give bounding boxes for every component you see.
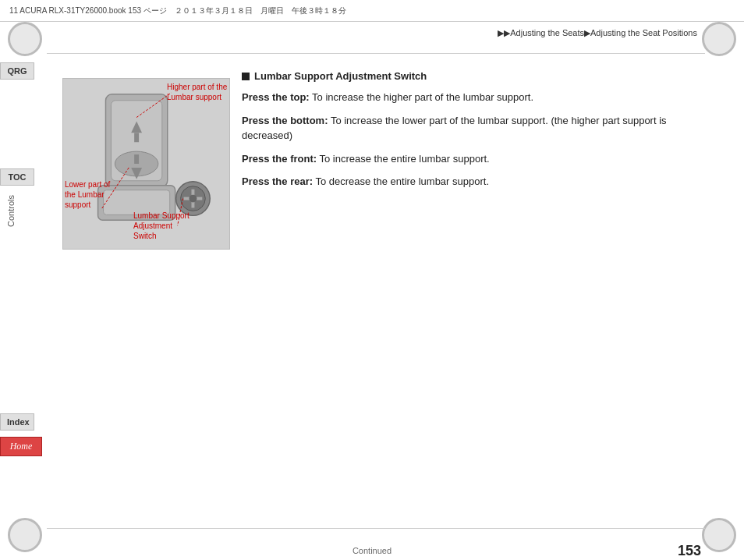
- section-icon: [242, 73, 250, 80]
- top-rule: [47, 53, 705, 54]
- label-higher: Higher part of the Lumbar support: [167, 82, 228, 102]
- corner-circle-br: [702, 518, 736, 552]
- section-title: Lumbar Support Adjustment Switch: [242, 70, 697, 82]
- label-switch: Lumbar Support Adjustment Switch: [133, 211, 196, 241]
- sidebar-index-container: Index: [0, 413, 42, 431]
- svg-point-14: [189, 195, 197, 203]
- sidebar-index-button[interactable]: Index: [0, 413, 34, 431]
- seat-diagram: Higher part of the Lumbar support Lower …: [62, 78, 230, 250]
- section-title-text: Lumbar Support Adjustment Switch: [254, 70, 427, 82]
- sidebar-qrg-button[interactable]: QRG: [0, 62, 34, 80]
- corner-circle-bl: [8, 518, 42, 552]
- header-file-text: 11 ACURA RLX-31TY26000.book 153 ページ ２０１３…: [9, 5, 346, 16]
- svg-rect-9: [134, 154, 139, 164]
- sidebar: QRG TOC Controls: [0, 62, 55, 227]
- sidebar-home-button[interactable]: Home: [0, 437, 42, 456]
- text-content: Lumbar Support Adjustment Switch Press t…: [242, 70, 697, 197]
- sidebar-home-container: Home: [0, 437, 42, 456]
- sidebar-toc-button[interactable]: TOC: [0, 168, 34, 186]
- svg-rect-7: [134, 133, 139, 142]
- para-press-bottom: Press the bottom: To increase the lower …: [242, 113, 697, 144]
- corner-circle-tr: [702, 22, 736, 56]
- press-bottom-bold: Press the bottom:: [242, 115, 328, 126]
- press-rear-text: To decrease the entire lumbar support.: [313, 175, 489, 187]
- main-content: Higher part of the Lumbar support Lower …: [55, 55, 705, 521]
- seat-diagram-section: Higher part of the Lumbar support Lower …: [62, 78, 230, 250]
- press-top-text: To increase the higher part of the lumba…: [310, 91, 533, 103]
- continued-text: Continued: [353, 546, 391, 555]
- label-lower: Lower part of the Lumbar support: [65, 179, 123, 210]
- press-top-bold: Press the top:: [242, 91, 310, 103]
- press-rear-bold: Press the rear:: [242, 175, 313, 187]
- para-press-rear: Press the rear: To decrease the entire l…: [242, 174, 697, 190]
- page-number: 153: [678, 543, 701, 559]
- breadcrumb: ▶▶Adjusting the Seats▶Adjusting the Seat…: [498, 28, 697, 38]
- header-bar: 11 ACURA RLX-31TY26000.book 153 ページ ２０１３…: [0, 0, 744, 22]
- press-front-text: To increase the entire lumbar support.: [317, 153, 490, 165]
- press-front-bold: Press the front:: [242, 153, 317, 165]
- bottom-rule: [47, 528, 705, 529]
- para-press-front: Press the front: To increase the entire …: [242, 151, 697, 167]
- para-press-top: Press the top: To increase the higher pa…: [242, 90, 697, 105]
- corner-circle-tl: [8, 22, 42, 56]
- sidebar-controls-label: Controls: [6, 195, 16, 227]
